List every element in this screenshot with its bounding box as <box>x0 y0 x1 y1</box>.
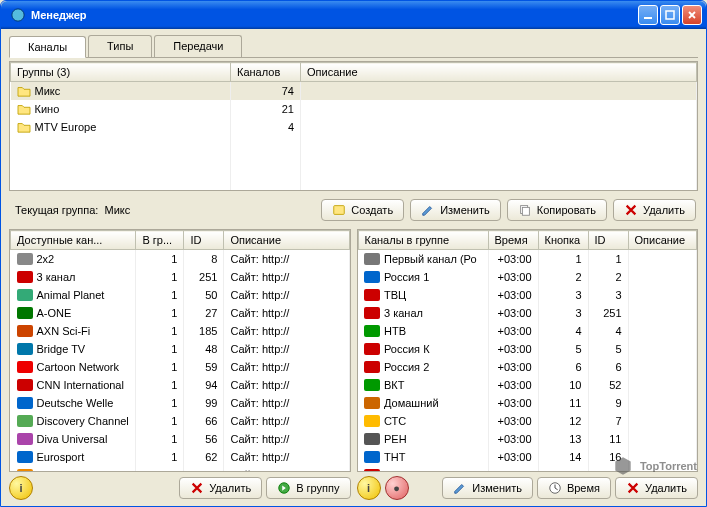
close-button[interactable] <box>682 5 702 25</box>
content-area: Каналы Типы Передачи Группы (3) Каналов … <box>1 29 706 506</box>
to-group-button[interactable]: В группу <box>266 477 350 499</box>
channel-row[interactable]: ВКТ+03:001052 <box>358 376 697 394</box>
channel-row[interactable]: РЕН+03:001311 <box>358 430 697 448</box>
col-group-desc[interactable]: Описание <box>628 231 697 250</box>
channel-row[interactable]: ТВЦ+03:0033 <box>358 286 697 304</box>
pencil-icon <box>453 481 467 495</box>
clock-icon <box>548 481 562 495</box>
channel-row[interactable]: AXN Sci-Fi1185Сайт: http:// <box>11 322 350 340</box>
tab-bar: Каналы Типы Передачи <box>9 35 698 58</box>
arrow-right-icon <box>277 481 291 495</box>
col-avail-name[interactable]: Доступные кан... <box>11 231 136 250</box>
delete-group-button[interactable]: Удалить <box>615 477 698 499</box>
pencil-icon <box>421 203 435 217</box>
channel-row[interactable]: 3 канал1251Сайт: http:// <box>11 268 350 286</box>
svg-rect-1 <box>644 17 652 19</box>
channel-row[interactable]: Eurosport162Сайт: http:// <box>11 448 350 466</box>
channel-row[interactable]: Discovery Channel166Сайт: http:// <box>11 412 350 430</box>
col-avail-id[interactable]: ID <box>184 231 224 250</box>
create-button[interactable]: Создать <box>321 199 404 221</box>
channel-row[interactable]: Diva Universal156Сайт: http:// <box>11 430 350 448</box>
col-group[interactable]: Группы (3) <box>11 63 231 82</box>
time-button[interactable]: Время <box>537 477 611 499</box>
channel-row[interactable]: СТС+03:00127 <box>358 412 697 430</box>
color-button[interactable]: ● <box>385 476 409 500</box>
group-toolbar: Текущая группа: Микс Создать Изменить Ко… <box>9 195 698 225</box>
maximize-button[interactable] <box>660 5 680 25</box>
group-row[interactable]: MTV Europe4 <box>11 118 697 136</box>
window-title: Менеджер <box>5 8 636 22</box>
svg-rect-5 <box>522 207 529 215</box>
channel-row[interactable]: Россия 1+03:0022 <box>358 268 697 286</box>
col-count[interactable]: Каналов <box>231 63 301 82</box>
channel-row[interactable]: Домашний+03:00119 <box>358 394 697 412</box>
delete-button[interactable]: Удалить <box>613 199 696 221</box>
channel-row[interactable]: 2x218Сайт: http:// <box>11 250 350 268</box>
channel-row[interactable]: CNN International194Сайт: http:// <box>11 376 350 394</box>
tab-channels[interactable]: Каналы <box>9 36 86 58</box>
in-group-footer: i ● Изменить Время Удалить <box>357 472 699 500</box>
available-column: Доступные кан... В гр... ID Описание 2x2… <box>9 229 351 500</box>
split-panels: Доступные кан... В гр... ID Описание 2x2… <box>9 229 698 500</box>
copy-icon <box>518 203 532 217</box>
channel-row[interactable]: Deutsche Welle199Сайт: http:// <box>11 394 350 412</box>
col-avail-groups[interactable]: В гр... <box>136 231 184 250</box>
channel-row[interactable]: ТВ3+03:001512 <box>358 466 697 472</box>
minimize-button[interactable] <box>638 5 658 25</box>
info-button-left[interactable]: i <box>9 476 33 500</box>
svg-rect-3 <box>334 206 345 215</box>
channel-row[interactable]: Россия 2+03:0066 <box>358 358 697 376</box>
channel-row[interactable]: Россия К+03:0055 <box>358 340 697 358</box>
copy-button[interactable]: Копировать <box>507 199 607 221</box>
channel-row[interactable]: НТВ+03:0044 <box>358 322 697 340</box>
delete-icon <box>626 481 640 495</box>
delete-avail-button[interactable]: Удалить <box>179 477 262 499</box>
app-window: Менеджер Каналы Типы Передачи Группы (3)… <box>0 0 707 507</box>
available-footer: i Удалить В группу <box>9 472 351 500</box>
edit-group-button[interactable]: Изменить <box>442 477 533 499</box>
edit-button[interactable]: Изменить <box>410 199 501 221</box>
col-group-time[interactable]: Время <box>488 231 538 250</box>
channel-row[interactable]: A-ONE127Сайт: http:// <box>11 304 350 322</box>
channel-row[interactable]: Animal Planet150Сайт: http:// <box>11 286 350 304</box>
in-group-table[interactable]: Каналы в группе Время Кнопка ID Описание… <box>357 229 699 472</box>
channel-row[interactable]: Bridge TV148Сайт: http:// <box>11 340 350 358</box>
channel-row[interactable]: 3 канал+03:003251 <box>358 304 697 322</box>
current-group-label: Текущая группа: Микс <box>11 204 315 216</box>
delete-icon <box>190 481 204 495</box>
in-group-column: Каналы в группе Время Кнопка ID Описание… <box>357 229 699 500</box>
col-avail-desc[interactable]: Описание <box>224 231 349 250</box>
channel-row[interactable]: ТНТ+03:001416 <box>358 448 697 466</box>
tab-types[interactable]: Типы <box>88 35 152 57</box>
create-icon <box>332 203 346 217</box>
group-row[interactable]: Кино21 <box>11 100 697 118</box>
svg-point-0 <box>12 9 24 21</box>
groups-table[interactable]: Группы (3) Каналов Описание Микс74Кино21… <box>9 61 698 191</box>
group-row[interactable]: Микс74 <box>11 82 697 101</box>
col-desc[interactable]: Описание <box>301 63 697 82</box>
col-group-id[interactable]: ID <box>588 231 628 250</box>
delete-icon <box>624 203 638 217</box>
channel-row[interactable]: Extreme Sports Ch164Сайт: http:// <box>11 466 350 472</box>
col-group-button[interactable]: Кнопка <box>538 231 588 250</box>
available-table[interactable]: Доступные кан... В гр... ID Описание 2x2… <box>9 229 351 472</box>
svg-rect-2 <box>666 11 674 19</box>
info-button-right[interactable]: i <box>357 476 381 500</box>
channel-row[interactable]: Cartoon Network159Сайт: http:// <box>11 358 350 376</box>
channel-row[interactable]: Первый канал (Ро+03:0011 <box>358 250 697 268</box>
tab-programs[interactable]: Передачи <box>154 35 242 57</box>
col-group-name[interactable]: Каналы в группе <box>358 231 488 250</box>
titlebar[interactable]: Менеджер <box>1 1 706 29</box>
